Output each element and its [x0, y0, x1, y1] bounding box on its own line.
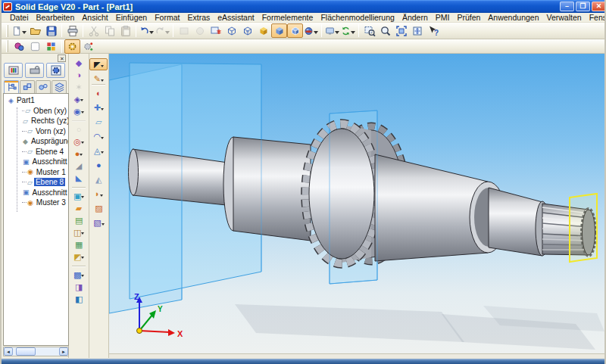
feature-playback-button[interactable] [4, 63, 23, 78]
tree-item-ausschnitt-1[interactable]: Ausschnitt 1 [4, 157, 68, 167]
menu-ansicht[interactable]: Ansicht [78, 13, 111, 23]
thin-wall-icon[interactable]: ▣ [70, 190, 88, 201]
mounting-boss-icon[interactable]: ◩ [70, 250, 88, 262]
3d-viewport[interactable]: Z Y X [109, 54, 604, 353]
named-views-button[interactable] [208, 23, 223, 38]
menu-pmi[interactable]: PMI [432, 13, 454, 23]
web-network-icon[interactable]: ▦ [70, 238, 88, 250]
rotate-sphere-button[interactable] [303, 23, 319, 38]
standard-parts-button[interactable] [43, 39, 59, 54]
toolbar-grip[interactable] [6, 40, 8, 52]
part-copy-icon[interactable]: ◧ [70, 293, 88, 304]
tab-family-of-parts[interactable] [36, 80, 51, 94]
menu-eassistant[interactable]: eAssistant [214, 13, 258, 23]
edgebar-horizontal-scrollbar[interactable]: ◄ ► [3, 347, 69, 356]
scrollbar-thumb[interactable] [16, 347, 36, 356]
bluesurf-tool[interactable]: ▧ [89, 216, 108, 229]
surface-tool[interactable]: ◗ [89, 188, 108, 200]
swept-protrusion-icon[interactable]: ✶ [70, 81, 88, 92]
hide-all-button[interactable] [192, 23, 208, 38]
close-button[interactable]: ✕ [592, 2, 606, 11]
restore-button[interactable]: ❐ [576, 2, 590, 11]
minimize-button[interactable]: – [560, 2, 574, 11]
bearing-calculation-button[interactable] [80, 39, 96, 54]
update-views-dropdown-icon[interactable] [351, 31, 355, 36]
shaded-button[interactable] [271, 23, 287, 38]
construction-display-button[interactable] [176, 23, 192, 38]
menu-datei[interactable]: Datei [6, 13, 33, 23]
undo-dropdown-icon[interactable] [149, 31, 154, 36]
fit-button[interactable] [393, 23, 409, 38]
menu-anwendungen[interactable]: Anwendungen [484, 13, 542, 23]
solid-box-button[interactable] [255, 23, 271, 38]
tree-item-rechts-yz[interactable]: Rechts (yz) [4, 116, 68, 126]
lip-icon[interactable]: ◫ [70, 226, 88, 238]
derived-curve-tool[interactable]: ◐ [89, 87, 108, 99]
new-dropdown-icon[interactable] [22, 31, 27, 36]
new-button[interactable] [11, 23, 27, 38]
round-icon[interactable]: ● [70, 148, 88, 159]
menu-bearbeiten[interactable]: Bearbeiten [33, 13, 79, 23]
update-views-button[interactable] [340, 23, 356, 38]
tree-item-ebene-8[interactable]: Ebene 8 [4, 177, 68, 188]
whiteboard-button[interactable] [27, 39, 43, 54]
engineering-reference-button[interactable] [46, 63, 65, 78]
menu-flaechenmodellierung[interactable]: Flächenmodellierung [317, 13, 398, 23]
menu-fenster[interactable]: Fenster [586, 13, 606, 23]
selected-plane-ebene8[interactable] [570, 194, 597, 262]
coordinate-system-tool[interactable]: ✚ [89, 101, 108, 114]
revolved-protrusion-icon[interactable]: ◑ [70, 69, 88, 80]
draft-icon[interactable]: ◣ [70, 172, 88, 183]
hole-icon[interactable]: ○ [70, 123, 88, 135]
tree-item-part1[interactable]: Part1 [4, 95, 68, 106]
view-styles-button[interactable] [324, 23, 340, 38]
protrusion-icon[interactable]: ◆ [70, 57, 88, 68]
tree-item-vorn-xz[interactable]: Vorn (xz) [4, 126, 68, 137]
reference-plane-tool[interactable]: ▱ [89, 116, 108, 128]
zoom-button[interactable] [377, 23, 393, 38]
paste-button[interactable] [117, 23, 133, 38]
wedge-tool[interactable]: ◭ [89, 173, 108, 185]
normal-protrusion-icon[interactable]: ◉ [70, 105, 88, 117]
rotate-dropdown-icon[interactable] [314, 31, 318, 36]
print-button[interactable] [64, 23, 80, 38]
sphere-tool[interactable]: ● [89, 159, 108, 171]
edgebar-close-icon[interactable]: ✕ [58, 54, 66, 62]
redo-button[interactable] [155, 23, 170, 38]
tree-item-ebene-4[interactable]: Ebene 4 [4, 147, 68, 157]
open-button[interactable] [27, 23, 43, 38]
eassistant-calculation-button[interactable] [11, 39, 27, 54]
menu-extras[interactable]: Extras [183, 13, 214, 23]
pattern-icon[interactable]: ▩ [70, 269, 88, 280]
zoom-area-button[interactable] [361, 23, 377, 38]
tree-item-muster-1[interactable]: Muster 1 [4, 167, 68, 178]
boundary-tool[interactable]: ▨ [89, 202, 108, 214]
view-styles-dropdown-icon[interactable] [335, 31, 339, 36]
tree-item-ausschnitt-3[interactable]: Ausschnitt 3 [4, 188, 68, 198]
tab-feature-library[interactable] [20, 80, 35, 94]
tab-layers[interactable] [52, 80, 67, 94]
mirror-copy-icon[interactable]: ◨ [70, 281, 88, 292]
help-button[interactable]: ? [425, 23, 441, 38]
chamfer-icon[interactable]: ◢ [70, 160, 88, 171]
select-tool[interactable]: ◤ [89, 58, 108, 70]
toolbar-grip[interactable] [6, 25, 8, 37]
scroll-left-icon[interactable]: ◄ [4, 347, 13, 356]
rib-icon[interactable]: ▰ [70, 202, 88, 213]
vent-icon[interactable]: ▤ [70, 214, 88, 226]
scroll-right-icon[interactable]: ► [59, 347, 68, 356]
sketch-tool[interactable]: ✎ [89, 73, 108, 85]
save-button[interactable] [43, 23, 59, 38]
gear-calculation-button[interactable] [64, 39, 80, 54]
tree-item-auspraegung-1[interactable]: Ausprägung 1 [4, 136, 68, 147]
curve-tool[interactable]: ◠ [89, 130, 108, 142]
pan-button[interactable] [409, 23, 425, 38]
shaded-with-edges-button[interactable] [287, 23, 303, 38]
tree-item-muster-3[interactable]: Muster 3 [4, 198, 68, 208]
menu-verwalten[interactable]: Verwalten [543, 13, 586, 23]
cut-button[interactable] [86, 23, 102, 38]
menu-aendern[interactable]: Ändern [398, 13, 432, 23]
undo-button[interactable] [139, 23, 155, 38]
visible-edges-button[interactable] [223, 23, 239, 38]
redo-dropdown-icon[interactable] [165, 31, 170, 36]
